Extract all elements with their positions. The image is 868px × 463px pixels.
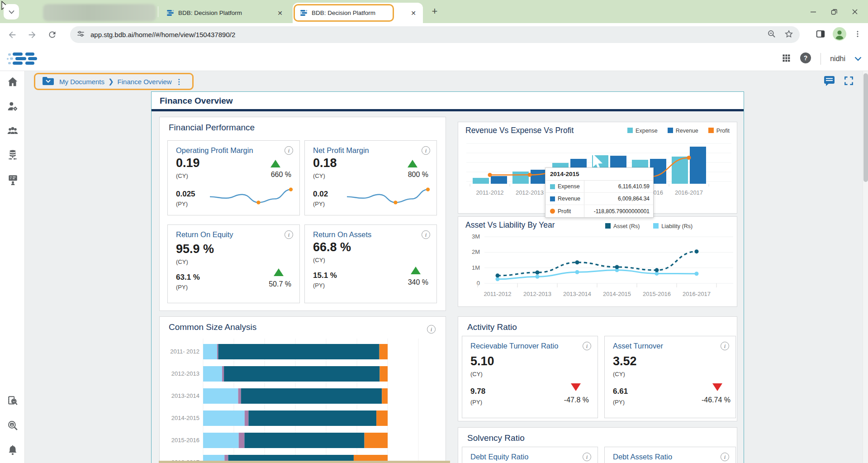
info-icon[interactable]: i — [285, 230, 293, 239]
kpi-title: Operating Profit Margin — [176, 146, 253, 155]
sparkline-chart — [343, 186, 432, 211]
avatar[interactable] — [833, 27, 846, 43]
tab-title: BDB: Decision Platform — [178, 10, 275, 16]
legend-asset[interactable]: Asset (Rs) — [605, 223, 640, 229]
browser-menu-icon[interactable] — [854, 30, 862, 40]
tab-search-button[interactable] — [4, 4, 19, 19]
section-title: Activity Ratio — [467, 322, 517, 332]
kpi-return-on-assets: Return On Assets i 66.8 % (CY) 15.1 % (P… — [304, 224, 437, 303]
breadcrumb-kebab-icon[interactable]: ⋮ — [175, 77, 183, 86]
tooltip-value: -118,805.79000000001 — [584, 205, 653, 217]
help-icon[interactable]: ? — [800, 52, 811, 66]
tab-close-icon[interactable]: ✕ — [408, 8, 418, 18]
side-panel-icon[interactable] — [816, 29, 825, 41]
svg-text:2011-2012: 2011-2012 — [484, 291, 511, 297]
legend-liability[interactable]: Liability (Rs) — [653, 223, 693, 229]
info-icon[interactable]: i — [422, 230, 430, 239]
comments-icon[interactable] — [823, 75, 835, 89]
new-tab-button[interactable]: + — [429, 6, 441, 18]
bdb-logo[interactable] — [6, 51, 42, 69]
browser-tab[interactable]: BDB: Decision Platform ✕ — [159, 3, 289, 23]
common-size-chart[interactable]: 2011- 20122012-20132013-20142014-2015201… — [160, 335, 446, 463]
data-catalog-search-icon[interactable] — [7, 395, 19, 407]
kpi-delta: 660 % — [251, 171, 291, 179]
svg-text:2016-2017: 2016-2017 — [675, 189, 703, 196]
chart-legend: Asset (Rs) Liability (Rs) — [605, 223, 693, 229]
kpi-operating-profit-margin: Operating Profit Margin i 0.19 (CY) 660 … — [167, 140, 300, 215]
forward-icon[interactable] — [24, 27, 40, 43]
data-search-icon[interactable] — [7, 420, 19, 431]
profit-swatch — [708, 128, 714, 133]
svg-text:3M: 3M — [472, 233, 480, 240]
legend-expense[interactable]: Expense — [627, 128, 658, 134]
trend-arrow — [571, 383, 581, 391]
tab-close-icon[interactable]: ✕ — [275, 8, 285, 18]
kpi-title: Asset Turnover — [613, 342, 663, 350]
folder-icon[interactable] — [42, 76, 54, 87]
info-icon[interactable]: i — [427, 325, 436, 334]
info-icon[interactable]: i — [583, 453, 591, 461]
cy-label: (CY) — [313, 257, 325, 263]
asset-liability-chart[interactable]: 01M2M3M2011-20122012-20132013-20142014-2… — [458, 230, 738, 307]
py-label: (PY) — [470, 399, 482, 406]
dashboard-title: Finance Overview — [160, 96, 233, 106]
breadcrumb-current[interactable]: Finance Overview — [118, 78, 172, 86]
kpi-debt-assets-ratio: Debt Assets Ratio i — [604, 447, 736, 463]
address-bar[interactable]: app.stg.bdb.ai/home//#/home/view/1504378… — [70, 26, 800, 43]
chevron-down-icon[interactable] — [854, 55, 862, 63]
kpi-board-icon[interactable] — [7, 174, 19, 186]
info-icon[interactable]: i — [422, 146, 430, 155]
tooltip-row-profit: Profit -118,805.79000000001 — [545, 205, 653, 217]
legend-revenue[interactable]: Revenue — [668, 128, 698, 134]
kpi-delta: 800 % — [388, 171, 428, 179]
data-center-icon[interactable] — [7, 149, 19, 161]
info-icon[interactable]: i — [583, 342, 591, 350]
info-icon[interactable]: i — [285, 146, 293, 155]
cy-label: (CY) — [313, 172, 325, 179]
blurred-tab[interactable] — [43, 4, 156, 21]
browser-tab-active[interactable]: BDB: Decision Platform ✕ — [293, 3, 423, 23]
reload-icon[interactable] — [44, 27, 60, 43]
scrollbar-thumb[interactable] — [863, 73, 868, 182]
back-icon[interactable] — [5, 27, 20, 43]
kpi-py-value: 0.02 — [313, 190, 328, 199]
tooltip-title: 2014-2015 — [545, 168, 653, 181]
view-actions — [823, 75, 854, 89]
info-icon[interactable]: i — [721, 342, 729, 350]
close-window-icon[interactable] — [851, 8, 859, 16]
user-settings-icon[interactable] — [7, 100, 19, 112]
chart-legend: Expense Revenue Profit — [627, 128, 730, 134]
bookmark-star-icon[interactable] — [784, 29, 793, 40]
info-icon[interactable]: i — [721, 453, 729, 461]
kpi-delta: 50.7 % — [251, 280, 291, 288]
user-menu[interactable]: nidhi — [830, 55, 845, 63]
page-scrollbar[interactable] — [863, 71, 868, 463]
kpi-cy-value: 3.52 — [613, 354, 637, 368]
home-icon[interactable] — [7, 76, 19, 88]
py-label: (PY) — [176, 284, 188, 291]
svg-text:2014-2015: 2014-2015 — [171, 415, 199, 421]
breadcrumb-my-documents[interactable]: My Documents — [59, 78, 104, 86]
restore-icon[interactable] — [830, 8, 838, 16]
minimize-icon[interactable] — [809, 8, 817, 16]
svg-text:2011- 2012: 2011- 2012 — [170, 348, 199, 355]
svg-text:2011-2012: 2011-2012 — [476, 189, 503, 196]
legend-profit[interactable]: Profit — [708, 128, 730, 134]
kpi-return-on-equity: Return On Equity i 95.9 % (CY) 63.1 % (P… — [167, 224, 300, 303]
tab-title: BDB: Decision Platform — [312, 10, 408, 16]
apps-grid-icon[interactable] — [782, 53, 791, 64]
financial-performance-card: Financial Performance Operating Profit M… — [159, 117, 446, 311]
chart-title: Asset Vs Liability By Year — [465, 220, 555, 230]
browser-toolbar: app.stg.bdb.ai/home//#/home/view/1504378… — [0, 23, 868, 46]
trend-arrow — [411, 267, 421, 274]
zoom-out-icon[interactable] — [767, 29, 776, 40]
cy-label: (CY) — [613, 371, 625, 377]
fullscreen-icon[interactable] — [844, 76, 854, 88]
user-groups-icon[interactable] — [7, 125, 19, 137]
site-info-icon[interactable] — [76, 29, 85, 40]
kpi-receivable-turnover-ratio: Recievable Turnover Ratio i 5.10 (CY) 9.… — [462, 336, 598, 418]
section-title: Financial Performance — [169, 123, 255, 133]
profit-dot-swatch — [550, 209, 555, 214]
notifications-bell-icon[interactable] — [7, 444, 19, 456]
kpi-py-value: 6.61 — [613, 387, 628, 396]
